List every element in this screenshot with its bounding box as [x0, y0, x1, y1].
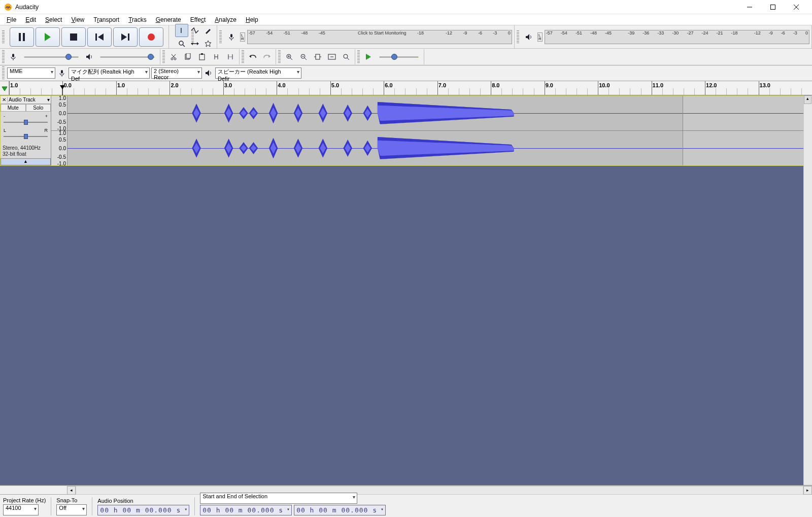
menu-effect[interactable]: Effect — [186, 15, 210, 24]
toolbar-grip[interactable] — [2, 50, 5, 63]
speaker-icon[interactable] — [522, 30, 535, 44]
waveform-left[interactable] — [67, 96, 811, 130]
zoom-toggle-button[interactable] — [340, 50, 353, 63]
toolbar-grip[interactable] — [2, 30, 5, 44]
track-collapse-button[interactable]: ▲ — [1, 158, 51, 165]
solo-button[interactable]: Solo — [26, 104, 51, 112]
envelope-tool-button[interactable] — [188, 24, 201, 37]
svg-line-16 — [183, 45, 185, 47]
undo-toolbar — [240, 49, 276, 64]
multi-tool-button[interactable] — [201, 37, 215, 50]
mic-icon — [57, 68, 67, 78]
zoom-tool-button[interactable] — [175, 37, 188, 50]
mic-icon[interactable] — [225, 30, 238, 44]
track-name-dropdown[interactable]: Audio Track▾ — [8, 97, 51, 102]
menu-help[interactable]: Help — [241, 15, 263, 24]
svg-marker-7 — [45, 33, 51, 41]
tools-toolbar: I — [169, 25, 217, 48]
redo-button[interactable] — [260, 50, 274, 63]
playback-meter[interactable]: -57-54-51-48-45-39-36-33-30-27-24-21-18-… — [545, 30, 809, 44]
svg-marker-10 — [98, 33, 104, 41]
scroll-right-button[interactable]: ▸ — [803, 486, 812, 495]
window-close-button[interactable] — [785, 0, 808, 14]
toolbar-grip[interactable] — [219, 30, 222, 44]
silence-button[interactable] — [224, 50, 237, 63]
toolbar-grip[interactable] — [517, 30, 519, 44]
recording-device-dropdown[interactable]: マイク配列 (Realtek High Def — [69, 67, 150, 79]
pin-button[interactable] — [0, 81, 9, 95]
copy-button[interactable] — [181, 50, 194, 63]
selection-mode-dropdown[interactable]: Start and End of Selection — [200, 493, 357, 504]
undo-button[interactable] — [246, 50, 259, 63]
scroll-left-button[interactable]: ◂ — [67, 486, 76, 495]
selection-tool-button[interactable]: I — [175, 24, 188, 37]
playback-volume-icon — [83, 50, 96, 63]
draw-tool-button[interactable] — [201, 24, 215, 37]
selection-start-field[interactable]: 00 h 00 m 00.000 s — [200, 505, 292, 515]
toolbar-grip[interactable] — [357, 50, 360, 63]
horizontal-scrollbar[interactable]: ◂ ▸ — [0, 486, 812, 494]
record-meter[interactable]: -57-54-51-48-45 Click to Start Monitorin… — [247, 30, 512, 44]
vertical-scale[interactable]: 1.00.50.0-0.5-1.0 — [51, 96, 67, 130]
stop-button[interactable] — [61, 27, 86, 47]
pause-button[interactable] — [10, 27, 34, 47]
paste-button[interactable] — [195, 50, 209, 63]
toolbar-grip[interactable] — [162, 50, 165, 63]
mute-button[interactable]: Mute — [1, 104, 26, 112]
pan-slider[interactable] — [4, 134, 48, 139]
menu-edit[interactable]: Edit — [21, 15, 41, 24]
playback-device-dropdown[interactable]: スピーカー (Realtek High Defir — [215, 67, 301, 79]
device-toolbar: MME マイク配列 (Realtek High Def 2 (Stereo) R… — [0, 65, 812, 81]
audio-host-dropdown[interactable]: MME — [7, 67, 55, 79]
zoom-out-button[interactable] — [297, 50, 310, 63]
project-rate-dropdown[interactable]: 44100 — [3, 504, 39, 515]
timeshift-tool-button[interactable] — [188, 37, 201, 50]
toolbar-grip[interactable] — [278, 50, 281, 63]
selection-range-group: Start and End of Selection 00 h 00 m 00.… — [200, 493, 386, 515]
window-minimize-button[interactable] — [738, 0, 761, 14]
menu-file[interactable]: File — [2, 15, 21, 24]
toolbar-grip[interactable] — [191, 30, 194, 44]
selection-end-field[interactable]: 00 h 00 m 00.000 s — [294, 505, 386, 515]
play-at-speed-button[interactable] — [362, 50, 375, 63]
recording-channels-dropdown[interactable]: 2 (Stereo) Recor — [151, 67, 202, 79]
zoom-in-button[interactable] — [283, 50, 296, 63]
track-close-button[interactable]: ✕ — [1, 97, 8, 102]
track-area[interactable]: ✕ Audio Track▾ Mute Solo -+ LR Stereo, 4… — [0, 95, 812, 486]
audio-position-field[interactable]: 00 h 00 m 00.000 s — [97, 505, 189, 515]
svg-rect-57 — [61, 70, 63, 74]
cut-button[interactable] — [167, 50, 180, 63]
menu-tracks[interactable]: Tracks — [124, 15, 151, 24]
toolbar-grip[interactable] — [2, 66, 5, 80]
snap-to-group: Snap-To Off — [56, 497, 87, 515]
svg-rect-32 — [199, 54, 205, 60]
vertical-scale[interactable]: 1.00.50.0-0.5-1.0 — [51, 131, 67, 165]
gain-slider[interactable] — [4, 120, 48, 125]
menu-select[interactable]: Select — [41, 15, 66, 24]
svg-rect-20 — [230, 34, 232, 38]
zoom-toolbar — [276, 49, 355, 64]
mixer-toolbar — [0, 49, 160, 64]
fit-selection-button[interactable] — [311, 50, 324, 63]
snap-to-dropdown[interactable]: Off — [56, 504, 87, 515]
svg-line-47 — [304, 58, 307, 60]
waveform-right[interactable] — [67, 131, 811, 165]
menu-analyze[interactable]: Analyze — [210, 15, 241, 24]
menu-transport[interactable]: Transport — [89, 15, 124, 24]
record-button[interactable] — [139, 27, 163, 47]
menu-view[interactable]: View — [66, 15, 89, 24]
vertical-scrollbar[interactable]: ▴ — [803, 95, 812, 485]
timeline-ruler[interactable]: 1.00.01.02.03.04.05.06.07.08.09.010.011.… — [9, 81, 812, 95]
menu-generate[interactable]: Generate — [151, 15, 186, 24]
playback-speed-slider[interactable] — [376, 52, 422, 61]
skip-start-button[interactable] — [87, 27, 112, 47]
toolbar-grip[interactable] — [242, 50, 244, 63]
track-format-info: Stereo, 44100Hz 32-bit float — [1, 144, 51, 158]
play-button[interactable] — [36, 27, 60, 47]
skip-end-button[interactable] — [113, 27, 138, 47]
fit-project-button[interactable] — [325, 50, 339, 63]
trim-button[interactable] — [210, 50, 223, 63]
recording-volume-slider[interactable] — [21, 52, 82, 61]
playback-volume-slider[interactable] — [97, 52, 158, 61]
window-maximize-button[interactable] — [761, 0, 785, 14]
